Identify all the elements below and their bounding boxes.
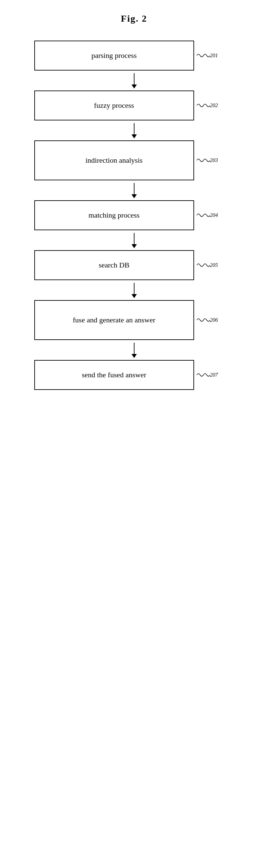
box-label-matching-process: matching process: [89, 211, 140, 220]
box-indirection-analysis: indirection analysis: [34, 141, 194, 180]
step-row: search DB 205: [34, 250, 234, 280]
box-label-send-fused-answer: send the fused answer: [82, 371, 147, 379]
box-fuzzy-process: fuzzy process: [34, 91, 194, 120]
flowchart: parsing process 201 fuzzy process 202 in…: [7, 40, 261, 390]
box-label-fuzzy-process: fuzzy process: [94, 101, 134, 110]
squiggle-201: [197, 52, 210, 59]
squiggle-206: [197, 317, 210, 323]
step-row: indirection analysis 203: [34, 141, 234, 180]
box-fuse-generate: fuse and generate an answer: [34, 300, 194, 340]
squiggle-207: [197, 372, 210, 378]
box-parsing-process: parsing process: [34, 40, 194, 70]
step-row: parsing process 201: [34, 40, 234, 70]
step-number-203: 203: [210, 157, 218, 163]
box-label-search-db: search DB: [98, 261, 129, 270]
box-label-fuse-generate: fuse and generate an answer: [73, 316, 155, 324]
step-row: matching process 204: [34, 200, 234, 230]
label-area-203: 203: [197, 157, 218, 164]
arrow-3: [54, 180, 214, 200]
box-send-fused-answer: send the fused answer: [34, 360, 194, 390]
squiggle-203: [197, 157, 210, 164]
arrow-line-3: [134, 183, 135, 198]
figure-title: Fig. 2: [121, 13, 147, 24]
squiggle-205: [197, 262, 210, 269]
step-row: send the fused answer 207: [34, 360, 234, 390]
box-label-parsing-process: parsing process: [91, 51, 137, 60]
squiggle-204: [197, 212, 210, 219]
box-search-db: search DB: [34, 250, 194, 280]
arrow-5: [54, 280, 214, 300]
label-area-204: 204: [197, 212, 218, 219]
arrow-line-4: [134, 233, 135, 248]
arrow-line-1: [134, 73, 135, 88]
step-row: fuse and generate an answer 206: [34, 300, 234, 340]
step-number-206: 206: [210, 317, 218, 323]
label-area-206: 206: [197, 317, 218, 323]
step-number-207: 207: [210, 372, 218, 378]
arrow-6: [54, 340, 214, 360]
arrow-2: [54, 120, 214, 141]
squiggle-202: [197, 102, 210, 109]
label-area-207: 207: [197, 372, 218, 378]
step-number-204: 204: [210, 212, 218, 218]
label-area-202: 202: [197, 102, 218, 109]
step-number-205: 205: [210, 262, 218, 268]
label-area-205: 205: [197, 262, 218, 269]
arrow-1: [54, 70, 214, 91]
label-area-201: 201: [197, 52, 218, 59]
step-number-201: 201: [210, 53, 218, 59]
step-row: fuzzy process 202: [34, 91, 234, 120]
arrow-line-2: [134, 123, 135, 138]
arrow-4: [54, 230, 214, 250]
box-matching-process: matching process: [34, 200, 194, 230]
step-number-202: 202: [210, 102, 218, 108]
arrow-line-5: [134, 283, 135, 298]
arrow-line-6: [134, 343, 135, 358]
box-label-indirection-analysis: indirection analysis: [86, 156, 143, 165]
